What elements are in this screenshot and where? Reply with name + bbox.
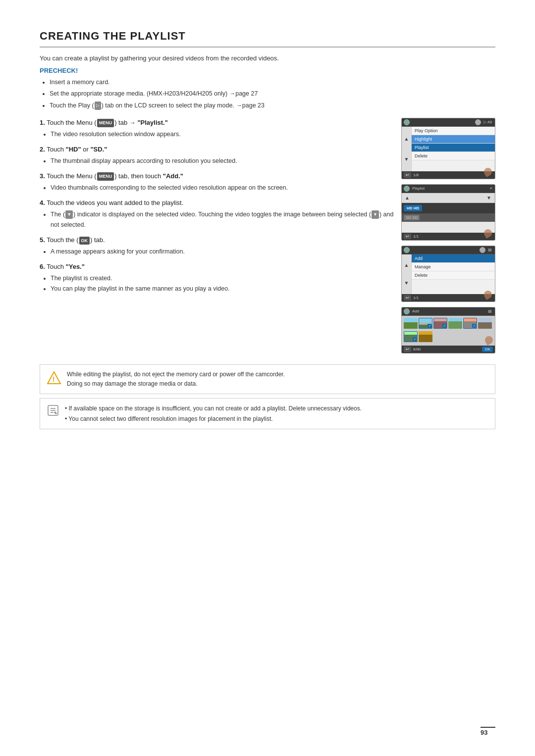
precheck-item-2: Set the appropriate storage media. (HMX-…	[50, 89, 495, 99]
count-s1: 1/8	[413, 173, 419, 177]
thumbnail-7[interactable]: ✓	[404, 331, 418, 342]
step-5-number: 5.	[40, 236, 45, 244]
content-row: 1. Touch the Menu (MENU) tab → "Playlist…	[40, 118, 495, 356]
menu-item-playlist: Playlist	[412, 144, 495, 152]
back-btn-s3: ↩	[404, 295, 411, 301]
ok-btn-s4[interactable]: OK	[482, 347, 493, 352]
menu-item-delete: Delete	[412, 152, 495, 160]
page-container: CREATING THE PLAYLIST You can create a p…	[0, 0, 535, 459]
step-6-sub-2: You can play the playlist in the same ma…	[51, 284, 396, 294]
back-btn-s1: ↩	[404, 172, 411, 178]
thumbnail-1[interactable]	[404, 318, 418, 329]
step-2: 2. Touch "HD" or "SD." The thumbnail dis…	[40, 145, 396, 166]
thumbnail-3[interactable]: ✓	[433, 318, 447, 329]
sd-button[interactable]: SD SD	[404, 215, 420, 220]
thumbnail-8[interactable]	[419, 331, 432, 342]
gear-icon-s1	[475, 119, 481, 125]
screen-4-mockup: Add ▤ ✓ ✓	[401, 307, 495, 353]
menu-btn-3: MENU	[97, 172, 114, 180]
step-6-sub-1: The playlist is created.	[51, 273, 396, 284]
menu-list-s3: Add Manage Delete	[412, 254, 495, 294]
screen-3-mockup: ▤ ▲ ▼ Add Manage Delete ↩ 1/1	[401, 246, 495, 302]
menu-list-s1: Play Option Highlight Playlist Delete	[412, 127, 495, 171]
step-3: 3. Touch the Menu (MENU) tab, then touch…	[40, 171, 396, 193]
step-6: 6. Touch "Yes." The playlist is created.…	[40, 262, 396, 294]
menu-item-manage: Manage	[412, 263, 495, 271]
thumbnail-5[interactable]: ✓	[463, 318, 477, 329]
count-s2: 1/1	[413, 234, 419, 239]
intro-text: You can create a playlist by gathering y…	[40, 54, 495, 62]
precheck-item-3: Touch the Play (▷) tab on the LCD screen…	[50, 101, 495, 111]
step-4: 4. Touch the videos you want added to th…	[40, 198, 396, 230]
step-3-sub-1: Video thumbnails corresponding to the se…	[51, 183, 396, 193]
nav-row-s2: ▲ ▼	[402, 193, 495, 203]
gear-icon-s3	[480, 247, 485, 253]
camera-icon-s3	[404, 247, 410, 253]
step-3-number: 3.	[40, 172, 45, 180]
hd-sd-section: HD HD	[402, 203, 495, 213]
menu-item-highlight: Highlight	[412, 135, 495, 144]
down-arrow-s2: ▼	[486, 195, 491, 201]
menu-item-add: Add	[412, 254, 495, 263]
steps-column: 1. Touch the Menu (MENU) tab → "Playlist…	[40, 118, 396, 356]
check-overlay-3: ✓	[442, 324, 446, 328]
play-inline-icon: ▷	[95, 101, 101, 110]
step-1-sub-1: The video resolution selection window ap…	[51, 129, 396, 140]
top-icon-s3: ▤	[487, 248, 493, 252]
step-2-sub-1: The thumbnail display appears according …	[51, 156, 396, 166]
up-arrow-s2: ▲	[405, 195, 410, 201]
check-overlay-7: ✓	[413, 337, 417, 341]
screen-2-footer: ↩ 1/1	[402, 233, 495, 240]
add-label-s4: Add	[411, 309, 485, 313]
thumbnail-4[interactable]	[448, 318, 462, 329]
screenshots-column: ▷ All ▲ ▼ Play Option Highlight Playlist…	[396, 118, 495, 356]
check-overlay-5: ✓	[472, 324, 476, 328]
menu-item-play-option: Play Option	[412, 127, 495, 135]
playlist-title-s2: Playlist	[411, 186, 488, 191]
up-arrow-s1: ▲	[404, 136, 409, 142]
step-6-number: 6.	[40, 263, 45, 270]
check-overlay-2: ✓	[428, 324, 431, 328]
step-5: 5. Touch the (OK) tab. A message appears…	[40, 235, 396, 257]
screen-1-mockup: ▷ All ▲ ▼ Play Option Highlight Playlist…	[401, 118, 495, 179]
page-title: CREATING THE PLAYLIST	[40, 30, 495, 48]
hd-button[interactable]: HD HD	[404, 205, 422, 211]
screen-1-footer: ↩ 1/8	[402, 171, 495, 179]
thumbnail-2[interactable]: ✓	[419, 318, 432, 329]
page-number-container: 93	[481, 727, 495, 736]
camera-icon-s2	[404, 186, 410, 192]
page-number: 93	[481, 729, 487, 736]
precheck-label: PRECHECK!	[40, 67, 495, 74]
step-4-sub-1: The (▼) indicator is displayed on the se…	[51, 209, 396, 231]
up-arrow-s3: ▲	[404, 262, 409, 268]
thumbnail-6[interactable]	[478, 318, 492, 329]
note-text: • If available space on the storage is i…	[65, 403, 362, 424]
precheck-list: Insert a memory card. Set the appropriat…	[50, 77, 495, 111]
warning-icon: !	[47, 371, 61, 385]
screen-3-footer: ↩ 1/1	[402, 294, 495, 302]
screen-2-body: ▲ ▼ HD HD SD SD	[402, 193, 495, 233]
top-icon-s4: ▤	[487, 309, 493, 313]
count-s4: 8/80	[413, 347, 421, 352]
step-1: 1. Touch the Menu (MENU) tab → "Playlist…	[40, 118, 396, 140]
warning-text: While editing the playlist, do not eject…	[67, 370, 285, 389]
step-4-number: 4.	[40, 199, 45, 206]
nav-col-s3: ▲ ▼	[402, 254, 412, 294]
screen-3-body: ▲ ▼ Add Manage Delete	[402, 254, 495, 294]
note-box: • If available space on the storage is i…	[40, 398, 495, 429]
step-1-number: 1.	[40, 119, 45, 126]
note-item-2: • You cannot select two different resolu…	[65, 415, 273, 422]
precheck-section: PRECHECK! Insert a memory card. Set the …	[40, 67, 495, 111]
screen-2-mockup: Playlist ✕ ▲ ▼ HD HD SD SD ↩	[401, 184, 495, 241]
screen-1-header: ▷ All	[402, 118, 495, 127]
nav-col-s1: ▲ ▼	[402, 127, 412, 171]
close-icon-s2[interactable]: ✕	[489, 186, 493, 191]
screen-4-footer: ↩ 8/80 OK	[402, 346, 495, 353]
play-all-label-s1: ▷ All	[482, 120, 493, 124]
screen-1-body: ▲ ▼ Play Option Highlight Playlist Delet…	[402, 127, 495, 171]
back-btn-s2: ↩	[404, 234, 411, 239]
warning-box: ! While editing the playlist, do not eje…	[40, 364, 495, 394]
thumb-grid-s4: ✓ ✓ ✓	[402, 316, 495, 346]
page-number-line	[481, 727, 495, 728]
down-arrow-s1: ▼	[404, 156, 409, 162]
